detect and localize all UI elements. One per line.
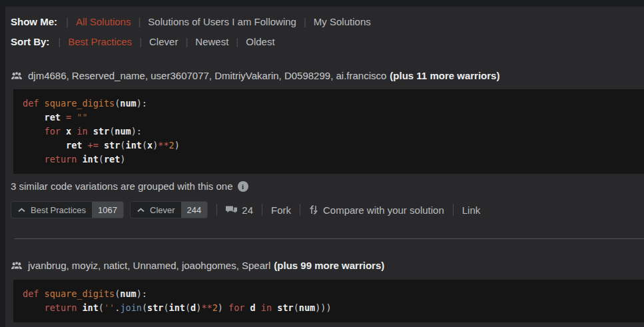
fork-label: Fork [271,204,291,216]
sort-best-practices[interactable]: Best Practices [68,36,132,47]
compare-icon [309,204,318,215]
sort-newest[interactable]: Newest [195,36,228,47]
sort-oldest[interactable]: Oldest [246,36,274,47]
solution-divider [15,238,644,239]
comments-count: 24 [242,204,253,216]
show-me-label: Show Me: [11,16,57,27]
separator [216,204,217,216]
users-icon [11,71,23,81]
vote-label: Best Practices [31,205,86,215]
filter-all-solutions[interactable]: All Solutions [76,16,131,27]
comments-button[interactable]: 24 [226,204,253,216]
filters: Show Me: | All Solutions | Solutions of … [5,7,644,48]
author-names[interactable]: jvanbrug, moyiz, natict, Unnamed, joaohg… [28,260,270,271]
separator [453,204,454,216]
actions-row: Best Practices 1067 Clever 244 24 Fork [11,201,644,218]
vote-count-badge: 244 [181,201,208,218]
caret-up-icon [18,208,25,212]
plus-more-warriors: (plus 11 more warriors) [390,70,499,81]
separator: | [138,16,141,27]
plus-more-warriors: (plus 99 more warriors) [274,260,384,271]
show-me-row: Show Me: | All Solutions | Solutions of … [11,15,644,28]
sort-by-label: Sort By: [11,36,49,47]
author-names[interactable]: djm4686, Reserved_name, user3607077, Dmi… [28,70,386,81]
grouped-note: 3 similar code variations are grouped wi… [11,180,233,192]
fork-button[interactable]: Fork [271,204,291,216]
vote-best-practices-button[interactable]: Best Practices 1067 [11,201,124,218]
separator: | [236,36,238,47]
link-label: Link [462,204,481,216]
solutions-panel: Show Me: | All Solutions | Solutions of … [5,7,644,327]
sort-clever[interactable]: Clever [149,36,178,47]
info-icon[interactable]: i [238,181,248,192]
separator [300,204,300,216]
separator: | [58,36,61,47]
caret-up-icon [137,208,145,212]
solution-authors: djm4686, Reserved_name, user3607077, Dmi… [11,70,644,81]
filter-following-solutions[interactable]: Solutions of Users I am Following [148,16,296,27]
sort-by-row: Sort By: | Best Practices | Clever | New… [11,35,644,48]
code-block: def square_digits(num): ret = "" for x i… [13,89,644,174]
separator: | [66,16,69,27]
separator: | [304,16,306,27]
solution-authors: jvanbrug, moyiz, natict, Unnamed, joaohg… [11,260,644,271]
vote-label: Clever [150,205,175,215]
code-block: def square_digits(num): return int(''.jo… [13,280,644,322]
separator [262,204,262,216]
compare-button[interactable]: Compare with your solution [309,204,444,216]
comments-icon [226,205,237,214]
link-button[interactable]: Link [462,204,481,216]
filter-my-solutions[interactable]: My Solutions [314,16,371,27]
grouped-note-row: 3 similar code variations are grouped wi… [11,180,644,192]
users-icon [11,261,23,270]
separator: | [185,36,188,47]
vote-count-badge: 1067 [92,201,123,218]
separator: | [139,36,142,47]
compare-label: Compare with your solution [323,204,444,216]
vote-clever-button[interactable]: Clever 244 [130,201,208,218]
